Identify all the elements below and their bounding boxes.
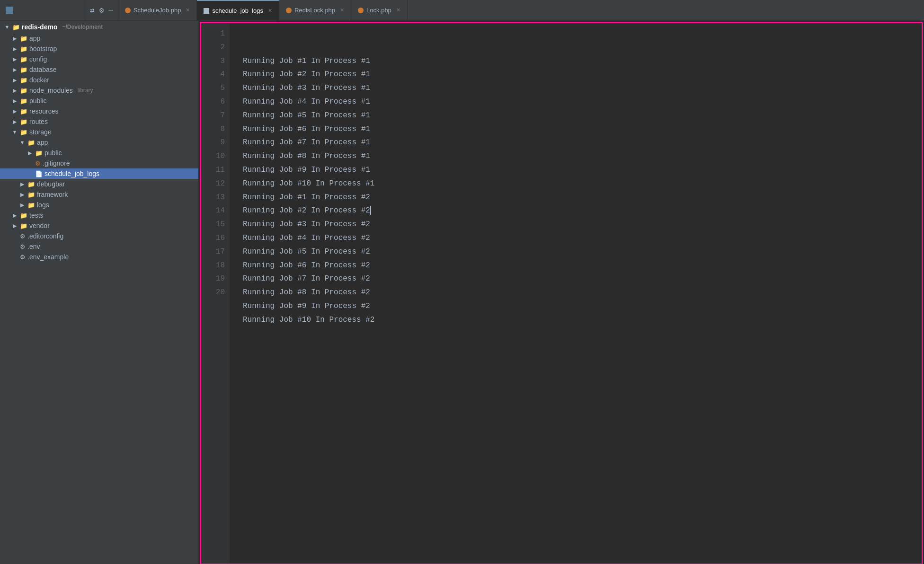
sidebar: ▼📁redis-demo~/Development▶📁app▶📁bootstra…	[0, 21, 199, 564]
tabs-container: ScheduleJob.php✕schedule_job_logs✕RedisL…	[118, 0, 924, 20]
sidebar-item-resources[interactable]: ▶📁resources	[0, 106, 198, 116]
folder-icon: 📁	[20, 118, 27, 125]
tab-close-icon[interactable]: ✕	[396, 7, 400, 13]
line-number-4: 4	[201, 68, 225, 81]
folder-icon: 📁	[20, 97, 27, 105]
sidebar-item-env[interactable]: ⚙.env	[0, 241, 198, 252]
sidebar-item-framework[interactable]: ▶📁framework	[0, 189, 198, 200]
sidebar-item-label: logs	[37, 201, 49, 209]
folder-icon: 📁	[20, 129, 27, 136]
chevron-icon: ▶	[11, 119, 18, 125]
sidebar-item-label: docker	[29, 76, 49, 84]
tab-label: Lock.php	[366, 7, 391, 14]
sidebar-item-routes[interactable]: ▶📁routes	[0, 116, 198, 127]
code-line-20: Running Job #10 In Process #2	[239, 313, 922, 327]
tab-bar: ⇄ ⚙ — ScheduleJob.php✕schedule_job_logs✕…	[0, 0, 924, 21]
chevron-icon: ▼	[19, 140, 26, 145]
layout-icon[interactable]: ⇄	[90, 6, 95, 15]
sidebar-item-database[interactable]: ▶📁database	[0, 64, 198, 75]
sidebar-item-logs[interactable]: ▶📁logs	[0, 200, 198, 210]
line-number-1: 1	[201, 27, 225, 41]
sidebar-item-env-example[interactable]: ⚙.env_example	[0, 252, 198, 262]
code-line-15: Running Job #5 In Process #2	[239, 245, 922, 259]
sidebar-item-public[interactable]: ▶📁public	[0, 96, 198, 106]
sidebar-root[interactable]: ▼📁redis-demo~/Development	[0, 21, 198, 33]
chevron-icon: ▼	[11, 129, 18, 135]
sidebar-item-node_modules[interactable]: ▶📁node_moduleslibrary	[0, 85, 198, 96]
tab-schedule-job-logs[interactable]: schedule_job_logs✕	[197, 0, 279, 20]
sidebar-item-vendor[interactable]: ▶📁vendor	[0, 220, 198, 231]
tab-schedule-job-php[interactable]: ScheduleJob.php✕	[118, 0, 197, 20]
sidebar-item-editorconfig[interactable]: ⚙.editorconfig	[0, 231, 198, 241]
line-number-2: 2	[201, 41, 225, 54]
folder-icon: 📁	[20, 66, 27, 73]
code-line-5: Running Job #5 In Process #1	[239, 109, 922, 123]
file-icon: 📄	[35, 170, 43, 177]
root-chevron-icon: ▼	[4, 24, 10, 30]
chevron-icon: ▶	[11, 77, 18, 83]
folder-icon: 📁	[20, 35, 27, 42]
line-number-20: 20	[201, 286, 225, 300]
sidebar-item-label: public	[29, 97, 47, 105]
line-number-18: 18	[201, 259, 225, 273]
sidebar-item-storage[interactable]: ▼📁storage	[0, 127, 198, 137]
line-number-5: 5	[201, 81, 225, 95]
folder-icon: 📁	[20, 212, 27, 219]
line-number-14: 14	[201, 204, 225, 218]
tab-lock-php[interactable]: Lock.php✕	[351, 0, 408, 20]
chevron-icon: ▶	[11, 35, 18, 42]
sidebar-item-label: framework	[37, 191, 68, 198]
project-icon	[6, 7, 13, 14]
project-selector[interactable]	[0, 0, 85, 20]
sidebar-item-label: database	[29, 66, 57, 73]
code-area[interactable]: Running Job #1 In Process #1Running Job …	[230, 23, 922, 564]
sidebar-item-docker[interactable]: ▶📁docker	[0, 75, 198, 85]
code-line-14: Running Job #4 In Process #2	[239, 231, 922, 245]
chevron-icon: ▶	[11, 212, 18, 219]
sidebar-item-storage-app-public[interactable]: ▶📁public	[0, 148, 198, 158]
sidebar-item-storage-app[interactable]: ▼📁app	[0, 137, 198, 148]
sidebar-item-label: node_modules	[29, 87, 73, 94]
folder-icon: 📁	[20, 77, 27, 84]
sidebar-item-label: vendor	[29, 222, 50, 229]
sidebar-item-bootstrap[interactable]: ▶📁bootstrap	[0, 44, 198, 54]
line-number-19: 19	[201, 272, 225, 286]
line-number-17: 17	[201, 245, 225, 259]
line-number-16: 16	[201, 231, 225, 245]
chevron-icon: ▶	[19, 192, 26, 198]
folder-icon: 📁	[35, 150, 43, 157]
main-content: ▼📁redis-demo~/Development▶📁app▶📁bootstra…	[0, 21, 924, 564]
line-number-13: 13	[201, 191, 225, 204]
settings-icon[interactable]: ⚙	[99, 6, 104, 15]
tab-close-icon[interactable]: ✕	[186, 7, 190, 13]
code-line-1: Running Job #1 In Process #1	[239, 54, 922, 68]
folder-icon: 📁	[20, 222, 27, 229]
code-line-10: Running Job #10 In Process #1	[239, 177, 922, 191]
folder-icon: 📁	[20, 108, 27, 115]
toolbar-icons: ⇄ ⚙ —	[85, 0, 118, 20]
root-path: ~/Development	[62, 24, 103, 30]
sidebar-item-label: .editorconfig	[27, 232, 63, 240]
tab-redis-lock-php[interactable]: RedisLock.php✕	[279, 0, 351, 20]
chevron-icon: ▶	[11, 98, 18, 104]
sidebar-item-schedule-job-logs[interactable]: 📄schedule_job_logs	[0, 168, 198, 179]
tab-close-icon[interactable]: ✕	[340, 7, 344, 13]
sidebar-item-tests[interactable]: ▶📁tests	[0, 210, 198, 220]
tab-php-icon	[358, 8, 364, 13]
code-line-13: Running Job #3 In Process #2	[239, 218, 922, 231]
folder-icon: 📁	[20, 87, 27, 94]
file-special-icon: ⚙	[35, 160, 41, 167]
tab-close-icon[interactable]: ✕	[268, 8, 272, 14]
sidebar-item-gitignore[interactable]: ⚙.gitignore	[0, 158, 198, 168]
line-number-7: 7	[201, 109, 225, 123]
line-number-15: 15	[201, 218, 225, 231]
minimize-icon[interactable]: —	[108, 6, 113, 15]
chevron-icon: ▶	[19, 181, 26, 187]
sidebar-item-debugbar[interactable]: ▶📁debugbar	[0, 179, 198, 189]
sidebar-item-label: .gitignore	[43, 159, 70, 167]
code-line-6: Running Job #6 In Process #1	[239, 123, 922, 136]
sidebar-item-app[interactable]: ▶📁app	[0, 33, 198, 44]
chevron-icon: ▶	[11, 46, 18, 52]
sidebar-item-config[interactable]: ▶📁config	[0, 54, 198, 64]
code-line-12: Running Job #2 In Process #2	[239, 204, 922, 218]
